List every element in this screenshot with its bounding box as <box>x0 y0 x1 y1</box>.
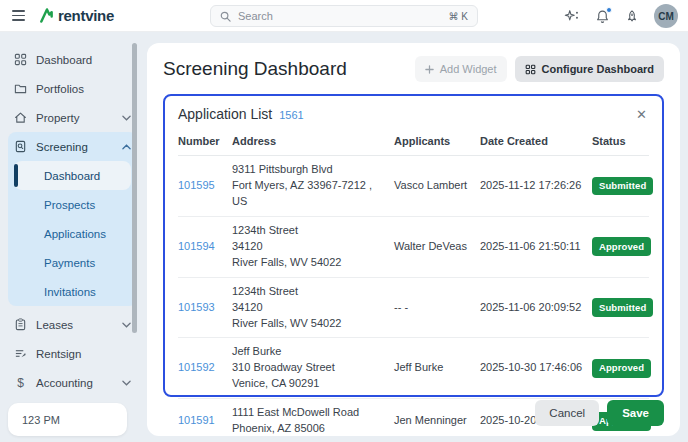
date-created-cell: 2025-11-12 17:26:26 <box>480 156 592 217</box>
column-header-applicants: Applicants <box>394 130 480 156</box>
sidebar-group-screening: Screening Dashboard Prospects Applicatio… <box>8 132 137 306</box>
column-header-address: Address <box>232 130 394 156</box>
applicants-cell: Jen Menninger <box>394 399 480 442</box>
status-badge: Submitted <box>592 298 653 317</box>
house-icon <box>14 111 27 124</box>
notifications-bell-icon[interactable] <box>595 9 610 24</box>
status-badge: Approved <box>592 237 651 256</box>
sidebar-item-label: Accounting <box>36 377 93 389</box>
table-row: 1015959311 Pittsburgh BlvdFort Myers, AZ… <box>178 156 649 217</box>
sidebar-scrollbar[interactable] <box>132 43 137 333</box>
chevron-down-icon <box>122 115 131 121</box>
address-cell: 1234th Street34120River Falls, WV 54022 <box>232 216 394 277</box>
sidebar-item-label: Screening <box>36 141 88 153</box>
sidebar-item-dashboard[interactable]: Dashboard <box>8 45 137 74</box>
user-avatar[interactable]: CM <box>654 4 678 28</box>
search-input[interactable]: Search ⌘ K <box>210 5 478 27</box>
sidebar-subitem-label: Invitations <box>44 286 96 298</box>
date-created-cell: 2025-11-06 21:50:11 <box>480 216 592 277</box>
applicants-cell: Vasco Lambert <box>394 156 480 217</box>
sidebar-item-rentsign[interactable]: Rentsign <box>8 339 137 368</box>
sidebar-subitem-dashboard[interactable]: Dashboard <box>14 161 131 190</box>
column-header-status: Status <box>592 130 649 156</box>
status-badge: Submitted <box>592 177 653 196</box>
configure-dashboard-button[interactable]: Configure Dashboard <box>515 56 664 82</box>
add-widget-label: Add Widget <box>440 63 497 75</box>
rentvine-logo: rentvine <box>39 7 114 24</box>
close-icon[interactable]: ✕ <box>634 106 649 123</box>
applicants-cell: Walter DeVeas <box>394 216 480 277</box>
application-number-link[interactable]: 101592 <box>178 361 215 373</box>
sidebar-subitem-label: Dashboard <box>44 170 100 182</box>
status-cell: Approved <box>592 338 649 399</box>
number-cell: 101592 <box>178 338 232 399</box>
chevron-down-icon <box>122 380 131 386</box>
logo-text: rentvine <box>58 7 114 24</box>
clipboard-icon <box>14 318 27 331</box>
sidebar: Dashboard Portfolios Property <box>0 32 145 442</box>
sidebar-subitem-label: Prospects <box>44 199 95 211</box>
application-number-link[interactable]: 101591 <box>178 414 215 426</box>
sidebar-item-property[interactable]: Property <box>8 103 137 132</box>
status-cell: Submitted <box>592 156 649 217</box>
signature-icon <box>14 347 27 360</box>
sidebar-item-label: Rentsign <box>36 348 81 360</box>
configure-dashboard-label: Configure Dashboard <box>542 63 654 75</box>
sidebar-item-leases[interactable]: Leases <box>8 310 137 339</box>
screening-icon <box>14 140 27 153</box>
number-cell: 101595 <box>178 156 232 217</box>
table-row: 1015931234th Street34120River Falls, WV … <box>178 277 649 338</box>
number-cell: 101591 <box>178 399 232 442</box>
sidebar-item-label: Leases <box>36 319 73 331</box>
applicants-cell: Jeff Burke <box>394 338 480 399</box>
rocket-icon[interactable] <box>625 9 639 24</box>
ai-sparkle-icon[interactable] <box>564 9 580 23</box>
grid-icon <box>525 64 536 75</box>
sidebar-item-label: Dashboard <box>36 54 92 66</box>
search-shortcut: ⌘ K <box>449 11 468 22</box>
application-table: Number Address Applicants Date Created S… <box>178 130 649 442</box>
save-button[interactable]: Save <box>607 400 664 426</box>
sidebar-subitem-applications[interactable]: Applications <box>14 219 131 248</box>
sidebar-subitem-label: Payments <box>44 257 95 269</box>
sidebar-item-label: Portfolios <box>36 83 84 95</box>
application-number-link[interactable]: 101593 <box>178 301 215 313</box>
number-cell: 101593 <box>178 277 232 338</box>
clock-widget: 123 PM <box>8 403 127 436</box>
cancel-button[interactable]: Cancel <box>535 400 599 426</box>
top-bar: rentvine Search ⌘ K CM <box>0 0 688 32</box>
sidebar-subitem-invitations[interactable]: Invitations <box>14 277 131 306</box>
sidebar-item-portfolios[interactable]: Portfolios <box>8 74 137 103</box>
date-created-cell: 2025-11-06 20:09:52 <box>480 277 592 338</box>
address-cell: 1111 East McDowell RoadPhoenix, AZ 85006 <box>232 399 394 442</box>
application-number-link[interactable]: 101594 <box>178 240 215 252</box>
number-cell: 101594 <box>178 216 232 277</box>
main-area: Screening Dashboard Add Widget Configure… <box>145 32 688 442</box>
sidebar-subitem-prospects[interactable]: Prospects <box>14 190 131 219</box>
add-widget-button[interactable]: Add Widget <box>415 56 507 82</box>
application-list-widget[interactable]: Application List 1561 ✕ Number Address A… <box>163 94 664 397</box>
chevron-down-icon <box>122 322 131 328</box>
column-header-number: Number <box>178 130 232 156</box>
date-created-cell: 2025-10-30 17:46:06 <box>480 338 592 399</box>
dashboard-grid-icon <box>14 53 27 66</box>
widget-count-badge: 1561 <box>279 109 303 121</box>
folder-icon <box>14 82 27 95</box>
column-header-date-created: Date Created <box>480 130 592 156</box>
dashboard-card: Screening Dashboard Add Widget Configure… <box>147 43 680 436</box>
applicants-cell: -- - <box>394 277 480 338</box>
search-icon <box>220 11 231 22</box>
address-cell: 9311 Pittsburgh BlvdFort Myers, AZ 33967… <box>232 156 394 217</box>
notification-dot <box>606 7 612 13</box>
table-row: 1015941234th Street34120River Falls, WV … <box>178 216 649 277</box>
status-badge: Approved <box>592 359 651 378</box>
sidebar-item-accounting[interactable]: $ Accounting <box>8 368 137 397</box>
menu-toggle-icon[interactable] <box>12 10 25 21</box>
application-number-link[interactable]: 101595 <box>178 179 215 191</box>
sidebar-subitem-label: Applications <box>44 228 106 240</box>
sidebar-subitem-payments[interactable]: Payments <box>14 248 131 277</box>
sidebar-item-screening[interactable]: Screening <box>8 132 137 161</box>
rentvine-logo-icon <box>39 8 54 23</box>
widget-title: Application List <box>178 106 272 122</box>
address-cell: Jeff Burke310 Broadway StreetVenice, CA … <box>232 338 394 399</box>
